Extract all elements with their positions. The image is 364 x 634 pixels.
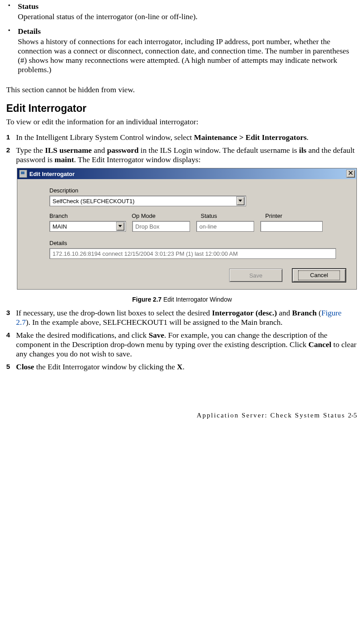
step-2: 2 Type the ILS username and password in … <box>6 146 358 164</box>
app-icon <box>19 170 27 178</box>
details-field: 172.16.10.26:8194 connect 12/15/2004 3:0… <box>49 248 336 259</box>
label-description: Description <box>49 187 347 194</box>
footer-text: Application Server: Check System Status <box>197 412 348 419</box>
label-details: Details <box>49 240 347 246</box>
status-field: on-line <box>196 221 254 232</box>
bullet-status-head: Status <box>18 2 358 11</box>
footer-pagenum: 2-5 <box>348 412 357 419</box>
step1-bold: Maintenance > Edit Interrogators <box>194 133 307 142</box>
figure-caption: Figure 2.7 Edit Interrogator Window <box>6 296 358 303</box>
opmode-field: Drop Box <box>132 221 190 232</box>
figure-text: Edit Interrogator Window <box>162 296 232 303</box>
label-printer: Printer <box>265 213 282 219</box>
bullet-mark: • <box>6 27 18 79</box>
label-opmode: Op Mode <box>132 213 201 219</box>
status-value: on-line <box>199 223 217 230</box>
description-value: SelfCheck (SELFCHECKOUT1) <box>53 198 235 205</box>
label-status: Status <box>201 213 265 219</box>
step-1: 1 In the Intelligent Library System Cont… <box>6 133 358 142</box>
step-number: 5 <box>6 362 16 372</box>
step1-post: . <box>307 133 308 142</box>
step-3: 3 If necessary, use the drop-down list b… <box>6 308 358 327</box>
edit-interrogator-window: Edit Interrogator Description SelfCheck … <box>17 168 357 290</box>
close-button[interactable] <box>346 170 355 178</box>
bullet-details: • Details Shows a history of connections… <box>6 27 358 79</box>
label-branch: Branch <box>49 213 132 219</box>
bullet-details-body: Shows a history of connections for each … <box>18 37 358 74</box>
bullet-status: • Status Operational status of the inter… <box>6 2 358 26</box>
step-4: 4 Make the desired modifications, and cl… <box>6 331 358 359</box>
printer-field[interactable] <box>260 221 323 232</box>
step-number: 4 <box>6 331 16 359</box>
bullet-details-head: Details <box>18 27 358 36</box>
description-combo[interactable]: SelfCheck (SELFCHECKOUT1) <box>49 196 246 206</box>
step-number: 1 <box>6 133 16 142</box>
step-number: 3 <box>6 308 16 327</box>
figure-label: Figure 2.7 <box>132 296 162 303</box>
dropdown-icon[interactable] <box>116 222 125 231</box>
close-icon <box>348 171 353 175</box>
opmode-value: Drop Box <box>135 223 159 230</box>
step1-text-pre: In the Intelligent Library System Contro… <box>16 133 194 142</box>
hidden-note: This section cannot be hidden from view. <box>6 85 358 94</box>
page-footer: Application Server: Check System Status … <box>6 412 358 419</box>
save-button[interactable]: Save <box>229 269 283 282</box>
form-area: Description SelfCheck (SELFCHECKOUT1) Br… <box>17 179 356 289</box>
window-title: Edit Interrogator <box>29 171 75 177</box>
cancel-button[interactable]: Cancel <box>292 269 346 282</box>
details-value: 172.16.10.26:8194 connect 12/15/2004 3:0… <box>53 250 238 257</box>
branch-value: MAIN <box>53 223 115 230</box>
step-5: 5 Close the Edit Interrogator window by … <box>6 362 358 372</box>
bullet-mark: • <box>6 2 18 26</box>
window-titlebar[interactable]: Edit Interrogator <box>17 168 356 179</box>
dropdown-icon[interactable] <box>236 196 245 205</box>
section-intro: To view or edit the information for an i… <box>6 117 358 127</box>
section-heading: Edit Interrogator <box>6 102 358 115</box>
branch-combo[interactable]: MAIN <box>49 221 126 232</box>
bullet-status-body: Operational status of the interrogator (… <box>18 12 358 21</box>
step-number: 2 <box>6 146 16 164</box>
